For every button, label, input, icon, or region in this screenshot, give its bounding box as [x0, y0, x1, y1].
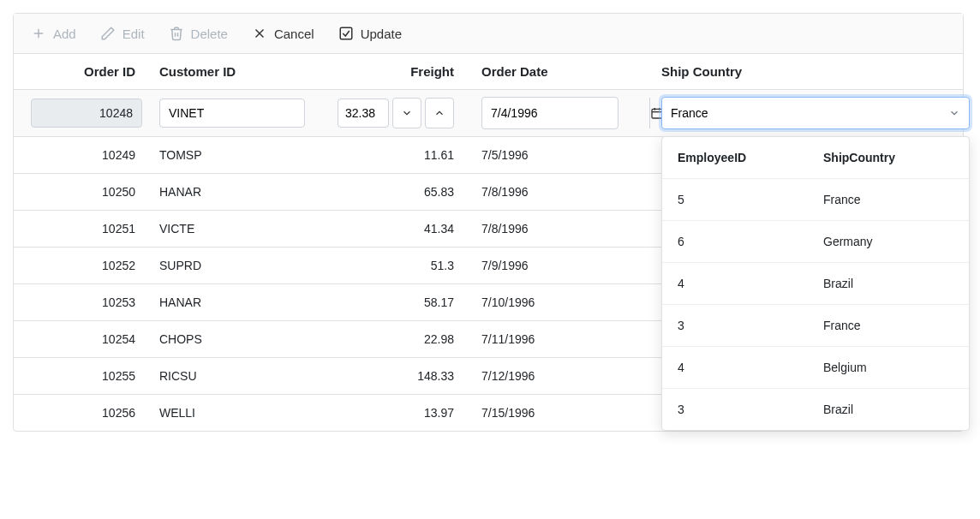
- freight-cell: 58.17: [310, 295, 469, 309]
- edit-row: 10248: [14, 90, 963, 137]
- customer-id-cell: HANAR: [151, 185, 310, 199]
- freight-increment-button[interactable]: [425, 98, 454, 128]
- order-id-cell: 10253: [14, 295, 151, 309]
- option-employee-id: 3: [678, 319, 823, 332]
- edit-label: Edit: [122, 27, 145, 41]
- order-date-cell: 7/8/1996: [469, 185, 636, 199]
- order-date-field[interactable]: [481, 97, 618, 129]
- option-employee-id: 4: [678, 277, 823, 290]
- freight-input[interactable]: [338, 98, 389, 128]
- option-ship-country: Belgium: [823, 361, 953, 374]
- order-date-cell: 7/9/1996: [469, 259, 636, 272]
- chevron-down-icon: [401, 107, 413, 119]
- order-date-cell: 7/8/1996: [469, 222, 636, 236]
- freight-cell: 11.61: [310, 148, 469, 162]
- svg-rect-4: [340, 27, 352, 39]
- order-id-cell: 10252: [14, 259, 151, 272]
- freight-cell: 65.83: [310, 185, 469, 199]
- dropdown-option[interactable]: 5France: [662, 178, 969, 220]
- dropdown-option[interactable]: 4Brazil: [662, 262, 969, 304]
- col-header-customer-id[interactable]: Customer ID: [151, 64, 310, 79]
- column-header-row: Order ID Customer ID Freight Order Date …: [14, 54, 963, 90]
- order-date-cell: 7/15/1996: [469, 406, 636, 420]
- option-ship-country: France: [823, 319, 953, 332]
- freight-cell: 51.3: [310, 259, 469, 272]
- plus-icon: [31, 26, 46, 41]
- order-id-cell: 10256: [14, 406, 151, 420]
- option-employee-id: 4: [678, 361, 823, 374]
- freight-cell: 41.34: [310, 222, 469, 236]
- freight-cell: 148.33: [310, 369, 469, 383]
- data-grid: Add Edit Delete Cancel Update: [13, 13, 964, 432]
- order-id-cell: 10251: [14, 222, 151, 236]
- option-ship-country: France: [823, 193, 953, 206]
- customer-id-cell: CHOPS: [151, 332, 310, 346]
- col-header-order-id[interactable]: Order ID: [14, 64, 151, 79]
- option-ship-country: Brazil: [823, 403, 953, 416]
- order-date-input[interactable]: [482, 98, 649, 128]
- freight-cell: 22.98: [310, 332, 469, 346]
- popup-col-ship-country: ShipCountry: [823, 151, 953, 164]
- order-date-cell: 7/10/1996: [469, 295, 636, 309]
- save-icon: [338, 26, 354, 41]
- chevron-up-icon: [433, 107, 445, 119]
- cancel-label: Cancel: [274, 27, 314, 41]
- update-label: Update: [361, 27, 402, 41]
- option-ship-country: Brazil: [823, 277, 953, 290]
- option-employee-id: 3: [678, 403, 823, 416]
- add-label: Add: [53, 27, 76, 41]
- col-header-freight[interactable]: Freight: [310, 64, 469, 79]
- delete-button[interactable]: Delete: [169, 26, 228, 41]
- order-id-cell: 10250: [14, 185, 151, 199]
- ship-country-input[interactable]: [671, 106, 948, 120]
- customer-id-cell: HANAR: [151, 295, 310, 309]
- order-date-cell: 7/5/1996: [469, 148, 636, 162]
- update-button[interactable]: Update: [338, 26, 402, 41]
- add-button[interactable]: Add: [31, 26, 76, 41]
- customer-id-cell: SUPRD: [151, 259, 310, 272]
- order-id-cell: 10254: [14, 332, 151, 346]
- order-id-readonly: 10248: [31, 98, 142, 128]
- customer-id-cell: WELLI: [151, 406, 310, 420]
- order-id-cell: 10255: [14, 369, 151, 383]
- customer-id-cell: TOMSP: [151, 148, 310, 162]
- customer-id-cell: VICTE: [151, 222, 310, 236]
- delete-label: Delete: [191, 27, 228, 41]
- dropdown-popup: EmployeeID ShipCountry 5France6Germany4B…: [661, 136, 970, 431]
- pencil-icon: [100, 26, 116, 41]
- freight-decrement-button[interactable]: [392, 98, 421, 128]
- dropdown-option[interactable]: 3Brazil: [662, 388, 969, 430]
- customer-id-input[interactable]: [159, 98, 305, 128]
- trash-icon: [169, 26, 184, 41]
- order-id-cell: 10249: [14, 148, 151, 162]
- col-header-ship-country[interactable]: Ship Country: [636, 64, 961, 79]
- toolbar: Add Edit Delete Cancel Update: [14, 14, 963, 54]
- cancel-button[interactable]: Cancel: [252, 26, 314, 41]
- dropdown-option[interactable]: 4Belgium: [662, 346, 969, 388]
- popup-col-employee-id: EmployeeID: [678, 151, 823, 164]
- chevron-down-icon[interactable]: [948, 107, 960, 119]
- option-employee-id: 5: [678, 193, 823, 206]
- customer-id-cell: RICSU: [151, 369, 310, 383]
- freight-cell: 13.97: [310, 406, 469, 420]
- popup-header: EmployeeID ShipCountry: [662, 137, 969, 178]
- x-icon: [252, 26, 267, 41]
- edit-button[interactable]: Edit: [100, 26, 145, 41]
- dropdown-option[interactable]: 6Germany: [662, 220, 969, 262]
- dropdown-option[interactable]: 3France: [662, 304, 969, 346]
- ship-country-dropdown[interactable]: [661, 97, 970, 129]
- option-ship-country: Germany: [823, 235, 953, 248]
- order-date-cell: 7/11/1996: [469, 332, 636, 346]
- order-date-cell: 7/12/1996: [469, 369, 636, 383]
- option-employee-id: 6: [678, 235, 823, 248]
- col-header-order-date[interactable]: Order Date: [469, 64, 636, 79]
